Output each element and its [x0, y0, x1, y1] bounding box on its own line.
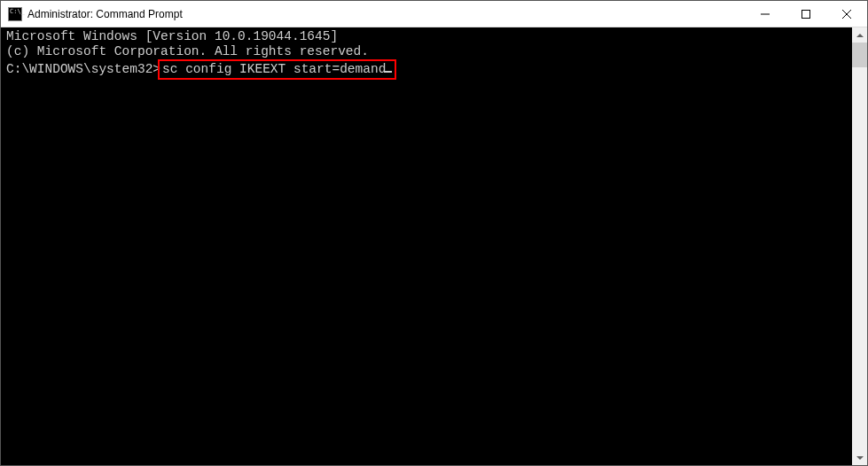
svg-marker-4: [856, 34, 864, 37]
terminal-line: Microsoft Windows [Version 10.0.19044.16…: [6, 29, 852, 44]
scroll-track[interactable]: [852, 43, 867, 450]
window-controls: [745, 1, 867, 27]
terminal-prompt-line: C:\WINDOWS\system32>sc config IKEEXT sta…: [6, 59, 852, 80]
svg-marker-5: [856, 456, 864, 460]
scroll-thumb[interactable]: [852, 43, 867, 67]
command-prompt-window: Administrator: Command Prompt Microsoft …: [0, 0, 868, 466]
command-highlight: sc config IKEEXT start=demand: [158, 59, 396, 80]
terminal-line: (c) Microsoft Corporation. All rights re…: [6, 44, 852, 59]
window-title: Administrator: Command Prompt: [27, 8, 745, 20]
svg-rect-1: [802, 10, 810, 18]
scroll-down-button[interactable]: [852, 450, 867, 465]
cmd-icon: [8, 7, 22, 21]
terminal-command: sc config IKEEXT start=demand: [162, 62, 386, 76]
close-button[interactable]: [826, 1, 867, 27]
text-cursor: [385, 71, 392, 73]
terminal-output[interactable]: Microsoft Windows [Version 10.0.19044.16…: [1, 27, 852, 465]
scroll-up-button[interactable]: [852, 27, 867, 43]
vertical-scrollbar[interactable]: [852, 27, 867, 465]
maximize-button[interactable]: [786, 1, 826, 27]
terminal-prompt: C:\WINDOWS\system32>: [6, 62, 160, 76]
titlebar[interactable]: Administrator: Command Prompt: [1, 1, 867, 27]
content-area: Microsoft Windows [Version 10.0.19044.16…: [1, 27, 867, 465]
minimize-button[interactable]: [745, 1, 786, 27]
